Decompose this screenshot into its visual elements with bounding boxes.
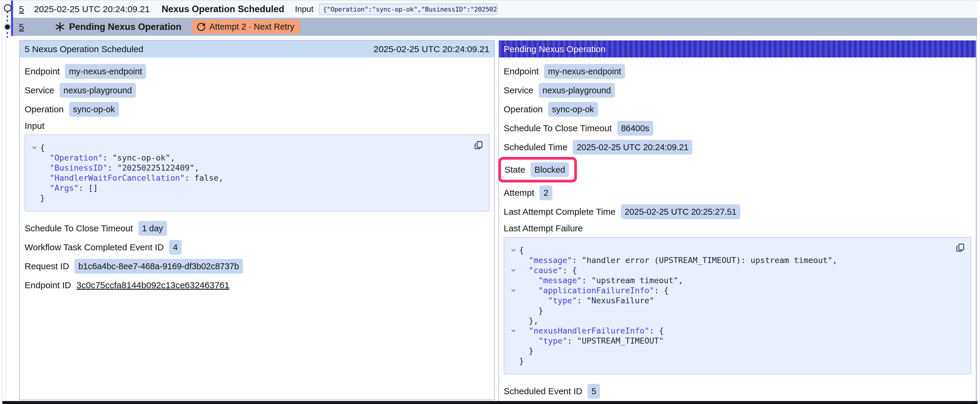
code-line: "HandlerWaitForCancellation": false, bbox=[29, 173, 471, 183]
field-value-badge: Blocked bbox=[531, 162, 569, 177]
code-text: "cause": { bbox=[519, 265, 577, 276]
code-text: "Args": [] bbox=[40, 183, 98, 193]
code-text: "Operation": "sync-op-ok", bbox=[40, 153, 175, 163]
field-label: Service bbox=[504, 85, 533, 95]
field-value-badge: 2025-02-25 UTC 20:24:09.21 bbox=[573, 140, 692, 155]
field-label: Operation bbox=[25, 104, 64, 114]
pending-operation-panel: Pending Nexus Operation Endpointmy-nexus… bbox=[498, 40, 977, 404]
gutter-spacer bbox=[508, 336, 519, 346]
scheduled-event-panel: 5 Nexus Operation Scheduled 2025-02-25 U… bbox=[19, 40, 495, 400]
field-label: Schedule To Close Timeout bbox=[25, 223, 133, 233]
code-text: }, bbox=[519, 316, 538, 326]
field-value-badge: 86400s bbox=[617, 121, 653, 136]
input-label: Input bbox=[295, 5, 313, 14]
code-line: } bbox=[508, 306, 953, 316]
field-scheduled-time: Scheduled Time2025-02-25 UTC 20:24:09.21 bbox=[504, 140, 971, 155]
code-text: } bbox=[519, 346, 534, 356]
retry-attempt-badge: Attempt 2 · Next Retry bbox=[192, 20, 300, 34]
gutter-spacer bbox=[29, 183, 40, 193]
code-text: "message": "handler error (UPSTREAM_TIME… bbox=[519, 255, 837, 265]
gutter-spacer bbox=[508, 296, 519, 306]
field-value-badge: my-nexus-endpoint bbox=[544, 64, 625, 79]
field-endpoint-id: Endpoint ID3c0c75ccfa8144b092c13ce632463… bbox=[25, 278, 489, 293]
gutter-spacer bbox=[508, 255, 519, 265]
event-timestamp: 2025-02-25 UTC 20:24:09.21 bbox=[34, 4, 150, 14]
code-text: } bbox=[519, 356, 524, 366]
code-line: "BusinessID": "20250225122409", bbox=[29, 163, 471, 173]
code-line: "cause": { bbox=[508, 265, 953, 276]
field-value-badge: 2 bbox=[539, 185, 552, 200]
code-line: }, bbox=[508, 316, 953, 326]
code-line: "applicationFailureInfo": { bbox=[508, 285, 953, 296]
timeline-column-border bbox=[6, 1, 6, 404]
scheduled-panel-body: Endpointmy-nexus-endpointServicenexus-pl… bbox=[20, 57, 494, 300]
field-value-badge: sync-op-ok bbox=[548, 102, 598, 117]
input-section-label: Input bbox=[25, 121, 489, 131]
field-service: Servicenexus-playground bbox=[504, 83, 971, 98]
gutter-spacer bbox=[508, 346, 519, 356]
timeline-current-node-icon bbox=[4, 24, 11, 30]
code-line: } bbox=[29, 193, 471, 203]
field-label: Endpoint bbox=[504, 67, 539, 76]
field-value-badge: b1c6a4bc-8ee7-468a-9169-df3b02c8737b bbox=[75, 259, 243, 274]
field-value-badge: 4 bbox=[169, 240, 181, 255]
input-json-viewer: { "Operation": "sync-op-ok", "BusinessID… bbox=[25, 135, 489, 211]
gutter-spacer bbox=[508, 276, 519, 285]
field-endpoint: Endpointmy-nexus-endpoint bbox=[504, 64, 971, 79]
copy-button[interactable] bbox=[955, 242, 966, 253]
field-last-attempt-complete-time: Last Attempt Complete Time2025-02-25 UTC… bbox=[504, 204, 971, 219]
event-title: Nexus Operation Scheduled bbox=[162, 4, 284, 14]
field-label: Endpoint bbox=[25, 67, 60, 76]
collapse-chevron-icon[interactable] bbox=[508, 285, 519, 296]
code-text: "applicationFailureInfo": { bbox=[519, 285, 668, 296]
gutter-spacer bbox=[508, 316, 519, 326]
collapse-chevron-icon[interactable] bbox=[508, 265, 519, 276]
copy-button[interactable] bbox=[473, 140, 484, 151]
event-id-link[interactable]: 5 bbox=[19, 4, 24, 14]
temporal-event-history-screen: 5 2025-02-25 UTC 20:24:09.21 Nexus Opera… bbox=[0, 0, 980, 404]
field-value-link[interactable]: 3c0c75ccfa8144b092c13ce632463761 bbox=[76, 280, 229, 290]
failure-json-viewer: { "message": "handler error (UPSTREAM_TI… bbox=[504, 237, 971, 374]
collapse-chevron-icon[interactable] bbox=[29, 143, 40, 153]
outer-left-border bbox=[2, 1, 2, 404]
field-label: Endpoint ID bbox=[25, 280, 71, 290]
field-operation: Operationsync-op-ok bbox=[504, 102, 971, 117]
retry-badge-label: Attempt 2 · Next Retry bbox=[209, 22, 294, 32]
field-value-badge: sync-op-ok bbox=[69, 102, 119, 117]
event-row-pending-nexus-operation[interactable]: 5 Pending Nexus Operation Attempt 2 · Ne… bbox=[13, 18, 977, 36]
field-label: Service bbox=[25, 85, 54, 95]
scheduled-panel-title: 5 Nexus Operation Scheduled bbox=[25, 44, 143, 54]
collapse-chevron-icon[interactable] bbox=[508, 326, 519, 336]
code-text: "type": "UPSTREAM_TIMEOUT" bbox=[519, 336, 664, 346]
field-label: Schedule To Close Timeout bbox=[504, 123, 612, 133]
gutter-spacer bbox=[508, 306, 519, 316]
field-endpoint: Endpointmy-nexus-endpoint bbox=[25, 64, 489, 79]
field-value-badge: 5 bbox=[588, 384, 600, 399]
code-text: } bbox=[40, 193, 45, 203]
code-text: "nexusHandlerFailureInfo": { bbox=[519, 326, 664, 336]
code-line: { bbox=[29, 143, 471, 153]
gutter-spacer bbox=[29, 193, 40, 203]
field-value-badge: my-nexus-endpoint bbox=[65, 64, 146, 79]
code-line: { bbox=[508, 245, 953, 255]
field-schedule-to-close-timeout: Schedule To Close Timeout1 day bbox=[25, 221, 489, 236]
collapse-chevron-icon[interactable] bbox=[508, 245, 519, 255]
code-text: "message": "upstream timeout", bbox=[519, 276, 683, 285]
field-value-badge: nexus-playground bbox=[60, 83, 136, 98]
code-line: "type": "NexusFailure" bbox=[508, 296, 953, 306]
field-attempt: Attempt2 bbox=[504, 185, 971, 200]
field-value-badge: 1 day bbox=[138, 221, 167, 236]
selected-group-accent-bar bbox=[11, 1, 13, 36]
field-value-badge: 2025-02-25 UTC 20:25:27.51 bbox=[621, 204, 740, 219]
code-line: } bbox=[508, 356, 953, 366]
code-line: "type": "UPSTREAM_TIMEOUT" bbox=[508, 336, 953, 346]
code-text: "HandlerWaitForCancellation": false, bbox=[40, 173, 223, 183]
field-workflow-task-completed-event-id: Workflow Task Completed Event ID4 bbox=[25, 240, 489, 255]
event-id-link[interactable]: 5 bbox=[19, 22, 24, 32]
field-request-id: Request IDb1c6a4bc-8ee7-468a-9169-df3b02… bbox=[25, 259, 489, 274]
field-label: Workflow Task Completed Event ID bbox=[25, 242, 164, 252]
event-row-nexus-operation-scheduled[interactable]: 5 2025-02-25 UTC 20:24:09.21 Nexus Opera… bbox=[13, 1, 977, 18]
drawer-bottom-edge bbox=[2, 401, 978, 404]
code-line: "message": "upstream timeout", bbox=[508, 276, 953, 285]
field-label: Attempt bbox=[504, 188, 534, 198]
